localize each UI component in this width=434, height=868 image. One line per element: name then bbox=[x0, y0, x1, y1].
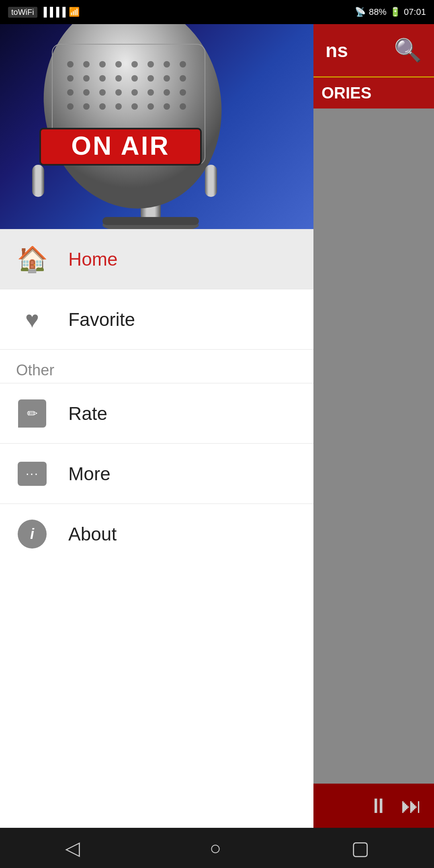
right-panel-body bbox=[313, 108, 434, 828]
nav-favorite-label: Favorite bbox=[68, 309, 135, 330]
svg-rect-41 bbox=[205, 165, 217, 197]
svg-point-20 bbox=[180, 75, 186, 82]
back-button[interactable]: ◁ bbox=[65, 837, 80, 859]
section-other-header: Other bbox=[0, 350, 313, 383]
battery-icon: 🔋 bbox=[390, 7, 401, 17]
app-container: ON AIR 🏠 Home ♥ Favorite bbox=[0, 24, 434, 828]
right-panel-sub: ORIES bbox=[313, 76, 434, 108]
drawer-nav: 🏠 Home ♥ Favorite Other Rate bbox=[0, 229, 313, 828]
pause-button[interactable]: ⏸ bbox=[368, 794, 389, 818]
svg-point-11 bbox=[164, 61, 170, 68]
svg-point-24 bbox=[115, 89, 122, 96]
svg-point-30 bbox=[83, 103, 90, 110]
svg-point-23 bbox=[99, 89, 106, 96]
svg-point-34 bbox=[147, 103, 154, 110]
home-button[interactable]: ○ bbox=[210, 837, 221, 859]
svg-point-21 bbox=[67, 89, 74, 96]
svg-point-29 bbox=[67, 103, 74, 110]
svg-point-22 bbox=[83, 89, 90, 96]
right-panel-title: ns bbox=[326, 39, 348, 61]
svg-point-7 bbox=[99, 61, 106, 68]
svg-rect-2 bbox=[102, 217, 199, 225]
nav-item-home[interactable]: 🏠 Home bbox=[0, 229, 313, 289]
more-icon bbox=[16, 458, 48, 490]
svg-point-10 bbox=[147, 61, 154, 68]
next-button[interactable]: ⏭ bbox=[401, 794, 422, 818]
status-bar-right: 📡 88% 🔋 07:01 bbox=[355, 7, 426, 17]
wifi-label: toWiFi bbox=[8, 7, 37, 18]
svg-text:ON AIR: ON AIR bbox=[71, 131, 170, 160]
home-icon: 🏠 bbox=[16, 243, 48, 275]
svg-point-5 bbox=[67, 61, 74, 68]
svg-point-26 bbox=[147, 89, 154, 96]
nav-more-label: More bbox=[68, 463, 111, 485]
svg-point-33 bbox=[131, 103, 138, 110]
status-bar: toWiFi ▐▐▐▐ 📶 📡 88% 🔋 07:01 bbox=[0, 0, 434, 24]
nav-item-favorite[interactable]: ♥ Favorite bbox=[0, 289, 313, 350]
svg-point-15 bbox=[99, 75, 106, 82]
svg-point-16 bbox=[115, 75, 122, 82]
svg-point-18 bbox=[147, 75, 154, 82]
nav-rate-label: Rate bbox=[68, 403, 107, 424]
nav-item-more[interactable]: More bbox=[0, 444, 313, 504]
svg-point-36 bbox=[180, 103, 186, 110]
search-icon[interactable]: 🔍 bbox=[394, 37, 422, 63]
info-icon: i bbox=[16, 518, 48, 550]
battery-percent: 88% bbox=[369, 7, 387, 17]
time-display: 07:01 bbox=[404, 7, 426, 17]
heart-icon: ♥ bbox=[16, 303, 48, 336]
svg-point-32 bbox=[115, 103, 122, 110]
svg-point-6 bbox=[83, 61, 90, 68]
svg-point-17 bbox=[131, 75, 138, 82]
player-bar: ⏸ ⏭ bbox=[313, 784, 434, 828]
status-bar-left: toWiFi ▐▐▐▐ 📶 bbox=[8, 7, 80, 18]
svg-rect-40 bbox=[32, 165, 44, 197]
drawer-menu: ON AIR 🏠 Home ♥ Favorite bbox=[0, 24, 313, 828]
nav-item-about[interactable]: i About bbox=[0, 504, 313, 564]
svg-point-9 bbox=[131, 61, 138, 68]
recents-button[interactable]: ▢ bbox=[351, 837, 369, 859]
svg-point-31 bbox=[99, 103, 106, 110]
svg-point-13 bbox=[67, 75, 74, 82]
bottom-nav: ◁ ○ ▢ bbox=[0, 828, 434, 868]
right-panel: ns 🔍 ORIES bbox=[313, 24, 434, 828]
network-icon: 📶 bbox=[69, 7, 80, 17]
nav-item-rate[interactable]: Rate bbox=[0, 383, 313, 444]
svg-point-35 bbox=[164, 103, 170, 110]
svg-point-8 bbox=[115, 61, 122, 68]
right-panel-top: ns 🔍 bbox=[313, 24, 434, 76]
rate-icon bbox=[16, 397, 48, 430]
svg-point-28 bbox=[180, 89, 186, 96]
svg-point-27 bbox=[164, 89, 170, 96]
cast-icon: 📡 bbox=[355, 7, 366, 17]
svg-point-19 bbox=[164, 75, 170, 82]
svg-point-25 bbox=[131, 89, 138, 96]
svg-point-14 bbox=[83, 75, 90, 82]
nav-home-label: Home bbox=[68, 248, 118, 270]
right-panel-subtitle: ORIES bbox=[321, 84, 371, 102]
nav-about-label: About bbox=[68, 523, 117, 545]
signal-icon: ▐▐▐▐ bbox=[41, 7, 66, 17]
drawer-hero: ON AIR bbox=[0, 24, 313, 229]
svg-point-12 bbox=[180, 61, 186, 68]
